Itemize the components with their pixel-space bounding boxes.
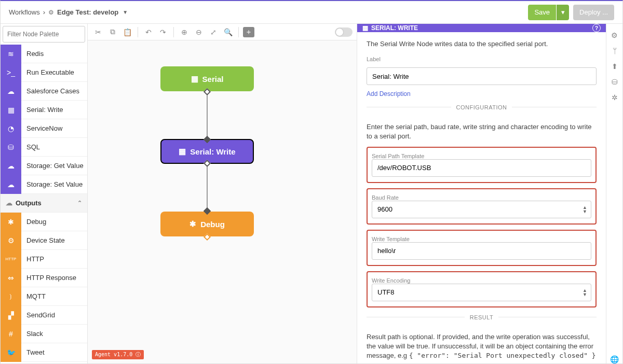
serial-path-label: Serial Path Template	[372, 153, 591, 159]
help-icon[interactable]: ?	[592, 24, 601, 32]
cut-button[interactable]: ✂	[92, 26, 104, 38]
workflow-canvas[interactable]: ▦ Serial ▦ Serial: Write ✱ Debug	[88, 40, 357, 363]
node-label: Serial: Write	[190, 147, 235, 156]
properties-header: ▦ SERIAL: WRITE ?	[357, 24, 606, 32]
copy-button[interactable]: ⧉	[106, 26, 119, 38]
bug-gear-icon[interactable]: ✲	[612, 93, 618, 102]
palette-item-label: Device State	[21, 236, 65, 244]
palette-item-salesforce[interactable]: ☁Salesforce Cases	[1, 82, 87, 101]
twitter-icon: 🐦	[1, 343, 21, 362]
database-icon[interactable]: ⛁	[612, 78, 618, 86]
category-label: Outputs	[16, 199, 42, 207]
fit-button[interactable]: ⤢	[207, 26, 220, 38]
input-port[interactable]	[204, 136, 211, 143]
slack-icon: #	[1, 325, 21, 343]
palette-item-label: Tweet	[21, 348, 45, 356]
separator	[238, 27, 239, 37]
search-button[interactable]: 🔍	[222, 26, 234, 38]
globe-icon[interactable]: 🌐	[610, 355, 619, 363]
breadcrumb-sep: ›	[43, 8, 45, 16]
palette-item-tweet[interactable]: 🐦Tweet	[1, 343, 87, 362]
link-icon: ⇔	[1, 269, 21, 287]
palette-item-storage-set[interactable]: ☁Storage: Set Value	[1, 175, 87, 194]
cloud-download-icon: ☁	[1, 157, 21, 175]
palette-item-label: SendGrid	[21, 311, 55, 319]
palette-item-label: Storage: Set Value	[21, 180, 83, 188]
section-result: RESULT	[367, 317, 597, 325]
breadcrumb-root[interactable]: Workflows	[9, 8, 40, 16]
gear-icon: ⚙	[48, 9, 54, 16]
palette-item-storage-get[interactable]: ☁Storage: Get Value	[1, 157, 87, 175]
zoom-in-button[interactable]: ⊕	[178, 26, 191, 38]
palette-item-label: Slack	[21, 330, 43, 338]
cloud-upload-icon: ☁	[1, 175, 21, 194]
output-port[interactable]	[204, 160, 211, 167]
mqtt-icon: ⟯	[1, 287, 21, 306]
palette-item-http-response[interactable]: ⇔HTTP Response	[1, 269, 87, 287]
undo-button[interactable]: ↶	[142, 26, 155, 38]
redo-button[interactable]: ↷	[157, 26, 169, 38]
properties-panel: ▦ SERIAL: WRITE ? The Serial Write Node …	[357, 24, 606, 363]
deploy-button[interactable]: Deploy ...	[573, 5, 614, 20]
save-button[interactable]: Save	[528, 5, 556, 20]
serial-icon: ▦	[179, 147, 186, 156]
write-template-label: Write Template	[372, 236, 591, 242]
upload-icon[interactable]: ⬆	[612, 62, 618, 71]
palette-item-label: HTTP	[21, 255, 44, 263]
write-encoding-select[interactable]: UTF8	[372, 284, 591, 301]
palette-item-label: Run Executable	[21, 68, 74, 76]
grid-toggle[interactable]	[335, 27, 353, 37]
palette-item-redis[interactable]: ≋Redis	[1, 45, 87, 63]
label-input[interactable]	[367, 67, 597, 85]
palette-item-slack[interactable]: #Slack	[1, 325, 87, 343]
baud-rate-select[interactable]: 9600	[372, 201, 591, 218]
palette-item-run-executable[interactable]: >_Run Executable	[1, 63, 87, 82]
node-debug[interactable]: ✱ Debug	[160, 212, 254, 236]
palette-filter-input[interactable]	[3, 26, 85, 43]
bug-icon: ✱	[189, 219, 196, 229]
add-description-link[interactable]: Add Description	[367, 90, 597, 97]
palette-item-label: ServiceNow	[21, 124, 62, 132]
right-rail: ⚙ ᛘ ⬆ ⛁ ✲ 🌐	[606, 24, 622, 363]
zoom-out-button[interactable]: ⊖	[193, 26, 205, 38]
write-encoding-label: Write Encoding	[372, 277, 591, 284]
agent-version-badge[interactable]: Agent v1.7.0 ⓘ	[92, 350, 144, 359]
palette-item-http[interactable]: HTTPHTTP	[1, 250, 87, 269]
node-palette: ≋Redis >_Run Executable ☁Salesforce Case…	[1, 24, 88, 363]
top-bar: Workflows › ⚙ Edge Test: develop ▼ Save …	[1, 1, 622, 24]
branch-icon[interactable]: ᛘ	[613, 47, 617, 55]
node-label: Serial	[202, 75, 224, 83]
properties-title: SERIAL: WRITE	[371, 24, 418, 32]
palette-item-servicenow[interactable]: ◔ServiceNow	[1, 119, 87, 138]
database-icon: ⛁	[1, 138, 21, 157]
palette-category-outputs[interactable]: ☁Outputs⌃	[1, 194, 87, 213]
palette-item-sendgrid[interactable]: ▞SendGrid	[1, 306, 87, 325]
node-serial-write[interactable]: ▦ Serial: Write	[160, 139, 254, 164]
write-template-input[interactable]	[372, 242, 591, 260]
serial-path-input[interactable]	[372, 159, 591, 177]
chevron-up-icon: ⌃	[77, 200, 82, 206]
redis-icon: ≋	[1, 45, 21, 63]
palette-item-label: Redis	[21, 50, 44, 58]
palette-item-sql[interactable]: ⛁SQL	[1, 138, 87, 157]
output-port[interactable]	[204, 233, 211, 241]
page-title: Edge Test: develop	[57, 8, 118, 16]
chevron-down-icon[interactable]: ▼	[123, 9, 128, 15]
palette-item-serial-write[interactable]: ▦Serial: Write	[1, 101, 87, 119]
palette-item-label: Storage: Get Value	[21, 162, 84, 170]
node-serial[interactable]: ▦ Serial	[160, 66, 254, 91]
result-hint: Result path is optional. If provided, an…	[367, 332, 597, 361]
palette-item-device-state[interactable]: ⚙Device State	[1, 231, 87, 250]
gear-icon[interactable]: ⚙	[611, 31, 618, 39]
palette-item-mqtt[interactable]: ⟯MQTT	[1, 287, 87, 306]
palette-item-label: SQL	[21, 143, 40, 151]
palette-item-debug[interactable]: ✱Debug	[1, 213, 87, 231]
save-dropdown-button[interactable]: ▾	[557, 5, 569, 20]
palette-item-label: Serial: Write	[21, 106, 63, 114]
paste-button[interactable]: 📋	[121, 26, 133, 38]
output-port[interactable]	[204, 88, 211, 95]
input-port[interactable]	[204, 207, 211, 215]
label-field-label: Label	[367, 56, 597, 62]
add-button[interactable]: ＋	[243, 27, 254, 37]
serial-icon: ▦	[1, 101, 21, 119]
